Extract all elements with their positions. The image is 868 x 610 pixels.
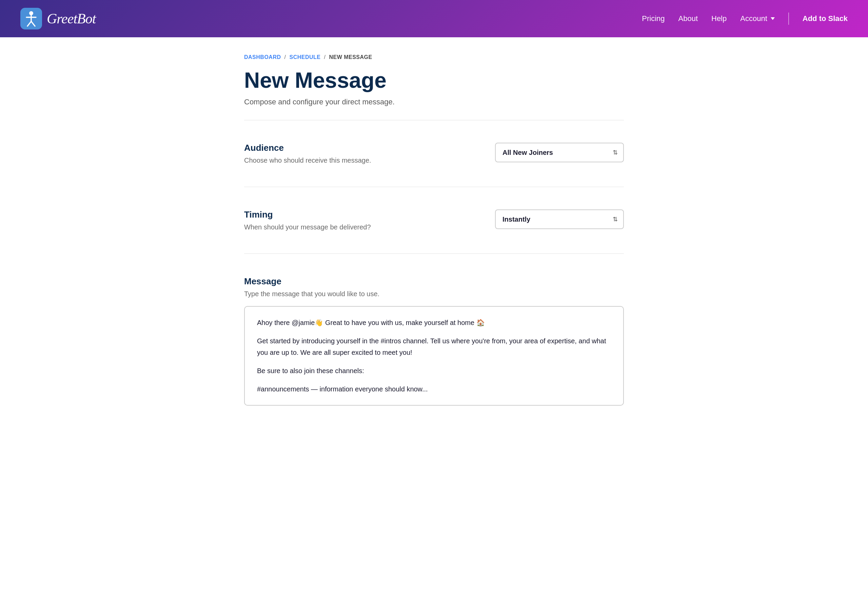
message-line-4: #announcements — information everyone sh…: [257, 383, 611, 395]
timing-section-left: Timing When should your message be deliv…: [244, 209, 482, 231]
add-to-slack-button[interactable]: Add to Slack: [803, 14, 848, 23]
breadcrumb-schedule[interactable]: SCHEDULE: [289, 54, 321, 60]
nav-divider: [788, 12, 789, 25]
divider-2: [244, 187, 624, 187]
timing-section: Timing When should your message be deliv…: [244, 197, 624, 243]
breadcrumb-current: NEW MESSAGE: [329, 54, 372, 60]
logo-area: GreetBot: [20, 8, 96, 29]
nav-about[interactable]: About: [679, 14, 698, 23]
audience-title: Audience: [244, 142, 482, 153]
site-header: GreetBot Pricing About Help Account Add …: [0, 0, 868, 37]
timing-select-wrapper: Instantly After 1 hour After 1 day After…: [495, 209, 624, 229]
svg-line-3: [28, 21, 31, 26]
audience-desc: Choose who should receive this message.: [244, 156, 482, 164]
breadcrumb-dashboard[interactable]: DASHBOARD: [244, 54, 281, 60]
audience-select-wrapper: All New Joiners Specific Channels All Me…: [495, 142, 624, 163]
message-line-2: Get started by introducing yourself in t…: [257, 335, 611, 358]
nav-help[interactable]: Help: [711, 14, 727, 23]
nav-account[interactable]: Account: [740, 14, 775, 23]
message-line-3: Be sure to also join these channels:: [257, 365, 611, 376]
logo-text: GreetBot: [47, 11, 96, 27]
audience-select[interactable]: All New Joiners Specific Channels All Me…: [495, 142, 624, 163]
page-title: New Message: [244, 68, 624, 92]
breadcrumb: DASHBOARD / SCHEDULE / NEW MESSAGE: [244, 54, 624, 60]
svg-point-0: [29, 11, 33, 15]
logo-icon: [20, 8, 42, 29]
message-desc: Type the message that you would like to …: [244, 290, 624, 298]
audience-section-left: Audience Choose who should receive this …: [244, 142, 482, 164]
nav-pricing[interactable]: Pricing: [642, 14, 665, 23]
page-subtitle: Compose and configure your direct messag…: [244, 98, 624, 107]
timing-desc: When should your message be delivered?: [244, 223, 482, 231]
svg-line-4: [31, 21, 35, 26]
divider-3: [244, 254, 624, 254]
message-editor[interactable]: Ahoy there @jamie👋 Great to have you wit…: [244, 306, 624, 406]
breadcrumb-separator-2: /: [324, 54, 326, 60]
main-content: DASHBOARD / SCHEDULE / NEW MESSAGE New M…: [224, 37, 644, 423]
audience-section-right: All New Joiners Specific Channels All Me…: [495, 142, 624, 163]
timing-title: Timing: [244, 209, 482, 220]
message-title: Message: [244, 276, 624, 287]
audience-section: Audience Choose who should receive this …: [244, 130, 624, 176]
message-line-1: Ahoy there @jamie👋 Great to have you wit…: [257, 317, 611, 328]
message-section: Message Type the message that you would …: [244, 264, 624, 406]
breadcrumb-separator-1: /: [284, 54, 286, 60]
account-chevron-down-icon: [771, 17, 775, 20]
timing-select[interactable]: Instantly After 1 hour After 1 day After…: [495, 209, 624, 229]
divider-1: [244, 120, 624, 120]
main-nav: Pricing About Help Account Add to Slack: [642, 12, 848, 25]
timing-section-right: Instantly After 1 hour After 1 day After…: [495, 209, 624, 229]
